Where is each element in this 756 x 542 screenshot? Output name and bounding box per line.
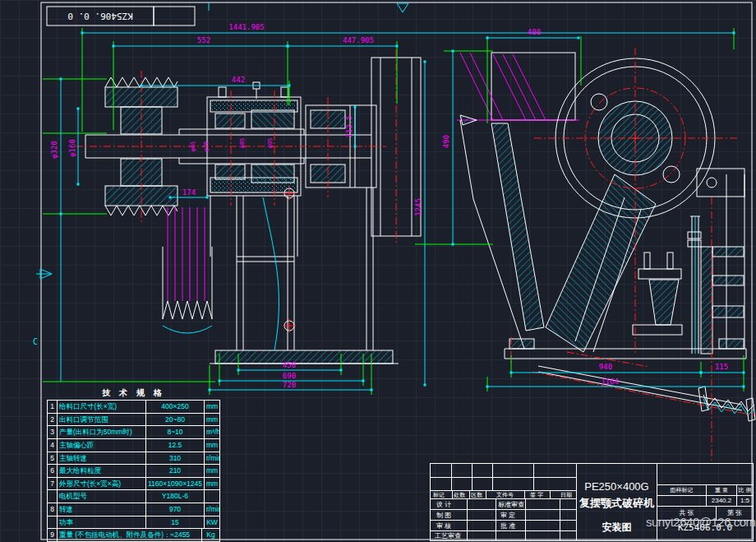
dim-label: φ85 bbox=[239, 138, 246, 149]
row-no: 5 bbox=[48, 452, 57, 465]
row-value: 12.5 bbox=[145, 439, 204, 452]
row-name: 最大给料粒度 bbox=[57, 465, 145, 477]
row-name: 主轴偏心距 bbox=[57, 439, 145, 452]
row-name: 出料口调节范围 bbox=[57, 414, 145, 426]
spec-table-title: 技 术 规 格 bbox=[47, 387, 220, 400]
tb-approve2: 批 准 bbox=[500, 522, 515, 530]
dim-label: 112.5 bbox=[345, 115, 353, 137]
row-value: 970 bbox=[145, 503, 204, 516]
dim-label: 720 bbox=[283, 381, 296, 389]
table-row: 电机型号 Y180L-6 bbox=[48, 489, 219, 503]
dim-label: 490 bbox=[442, 135, 450, 148]
row-name: 电机型号 bbox=[57, 490, 145, 503]
tb-approve1: 审 定 bbox=[500, 512, 515, 520]
dim-label: 690 bbox=[283, 372, 296, 380]
table-row: 3 产量(出料口为50mm时) 8~10 m³/h bbox=[48, 425, 219, 438]
row-unit: mm bbox=[204, 465, 219, 477]
row-name: 给料口尺寸(长×宽) bbox=[57, 401, 145, 413]
dim-label: 174 bbox=[182, 188, 196, 197]
tb-draw: 制 图 bbox=[436, 512, 451, 520]
row-no bbox=[48, 517, 57, 529]
row-value: 8~10 bbox=[145, 426, 204, 438]
row-name: 外形尺寸(长×宽×高) bbox=[57, 478, 145, 490]
table-row: 8 转速 970 r/min bbox=[48, 503, 219, 516]
right-view bbox=[457, 48, 755, 461]
spec-table: 技 术 规 格 1 给料口尺寸(长×宽) 400×250 mm 2 出料口调节范… bbox=[47, 387, 220, 542]
row-value: Y180L-6 bbox=[145, 490, 204, 503]
left-view bbox=[76, 49, 421, 364]
row-unit: mm bbox=[204, 401, 219, 413]
dim-label: 940 bbox=[599, 363, 612, 371]
row-no: 7 bbox=[48, 478, 57, 490]
row-name: 重量 (不包括电动机、附件及备件)：≈2455 bbox=[57, 529, 201, 541]
row-unit: m³/h bbox=[204, 426, 219, 438]
row-value: 310 bbox=[145, 452, 204, 465]
table-row: 9 重量 (不包括电动机、附件及备件)：≈2455 Kg bbox=[48, 528, 219, 541]
dim-label: φ65 bbox=[190, 141, 196, 152]
zone-label: C bbox=[33, 337, 38, 346]
row-unit: KW bbox=[204, 517, 219, 529]
cad-sheet: KZ5406. 0. 0 C bbox=[0, 0, 756, 542]
tb-header-zone: 区数 bbox=[471, 491, 482, 499]
row-no: 8 bbox=[48, 503, 57, 516]
tb-header-date: 日期 bbox=[560, 491, 572, 499]
dim-label: 400 bbox=[528, 28, 541, 36]
tb-std-check: 标准审查 bbox=[498, 501, 524, 509]
tb-weight-value: 2340.2 bbox=[707, 497, 736, 505]
table-row: 5 主轴转速 310 r/min bbox=[48, 452, 219, 465]
mirrored-drawing-code: KZ5406. 0. 0 bbox=[67, 11, 132, 21]
table-row: 6 最大给料粒度 210 mm bbox=[48, 464, 219, 477]
row-no: 2 bbox=[48, 414, 57, 426]
row-unit: r/min bbox=[204, 503, 219, 516]
table-row: 2 出料口调节范围 20~80 mm bbox=[48, 413, 219, 426]
tb-header-docno: 文件号 bbox=[496, 491, 514, 499]
table-row: 功率 15 KW bbox=[48, 516, 219, 529]
dim-label: 442 bbox=[232, 76, 245, 84]
row-no: 1 bbox=[48, 401, 57, 413]
row-no bbox=[48, 490, 57, 503]
tb-weight-label: 重 量 bbox=[707, 486, 736, 494]
row-value: 1160×1090×1245 bbox=[145, 478, 204, 490]
row-value: 20~80 bbox=[145, 414, 204, 426]
dim-label: φ160 bbox=[68, 139, 76, 157]
dim-label: 450 bbox=[283, 361, 296, 369]
row-value: 400×250 bbox=[145, 401, 204, 413]
dim-label: 115 bbox=[715, 363, 728, 371]
table-row: 7 外形尺寸(长×宽×高) 1160×1090×1245 mm bbox=[48, 477, 219, 490]
dim-label: φ95 bbox=[267, 138, 274, 149]
row-unit: mm bbox=[204, 414, 219, 426]
row-no: 6 bbox=[48, 465, 57, 477]
dim-label: 1441.905 bbox=[228, 23, 264, 31]
tb-check: 审 核 bbox=[436, 522, 451, 530]
tb-product-name: 复摆颚式破碎机 bbox=[577, 499, 657, 507]
row-no: 3 bbox=[48, 426, 57, 438]
dim-label: 1245 bbox=[414, 198, 422, 216]
table-row: 4 主轴偏心距 12.5 mm bbox=[48, 438, 219, 452]
row-unit bbox=[204, 490, 219, 503]
row-unit: mm bbox=[204, 478, 219, 490]
row-name: 功率 bbox=[57, 517, 145, 529]
tb-sheet-name: 安装图 bbox=[577, 523, 657, 531]
dim-label: 447.905 bbox=[343, 36, 374, 44]
tb-header-mark: 标记 bbox=[433, 491, 445, 499]
title-block: 标记 处数 区数 文件号 签 字 日期 设 计 制 图 审 核 工艺审查 标准审… bbox=[430, 463, 754, 541]
row-unit: mm bbox=[204, 439, 219, 452]
dim-label: φ70 bbox=[203, 141, 210, 152]
tb-scale-value: 1:5 bbox=[737, 497, 753, 505]
row-no: 4 bbox=[48, 439, 57, 452]
tb-mark-label: 图样标记 bbox=[657, 486, 706, 494]
row-value: 210 bbox=[145, 465, 204, 477]
row-unit: Kg bbox=[201, 529, 219, 541]
row-value: 15 bbox=[145, 517, 204, 529]
tb-scale-label: 比 例 bbox=[737, 486, 753, 494]
dim-label: 552 bbox=[197, 36, 210, 44]
dim-label: φ320 bbox=[50, 141, 58, 159]
tb-header-sign: 签 字 bbox=[530, 491, 543, 499]
centering-mark-top-icon bbox=[397, 3, 408, 12]
table-row: 1 给料口尺寸(长×宽) 400×250 mm bbox=[48, 401, 219, 413]
row-name: 产量(出料口为50mm时) bbox=[57, 426, 145, 438]
dim-label: 1164 bbox=[601, 378, 619, 386]
tb-header-count: 处数 bbox=[454, 491, 465, 499]
row-name: 主轴转速 bbox=[57, 452, 145, 465]
row-name: 转速 bbox=[57, 503, 145, 516]
